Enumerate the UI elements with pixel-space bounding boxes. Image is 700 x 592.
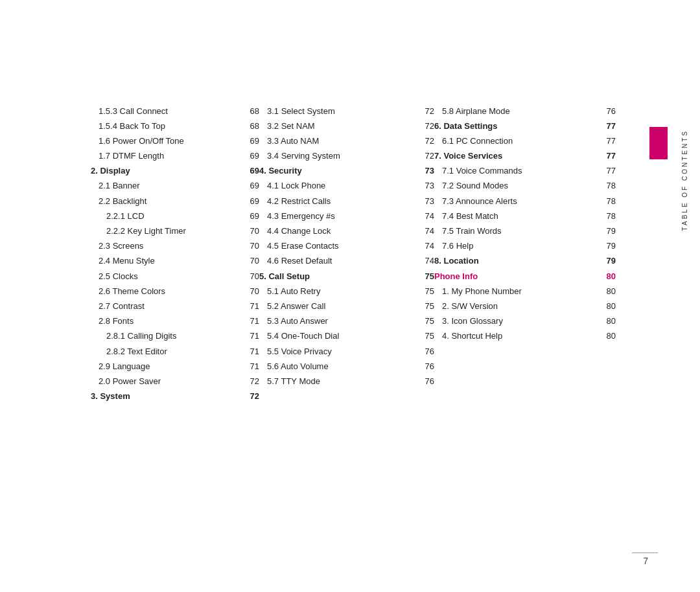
toc-entry: 3. Icon Glossary80 — [434, 314, 616, 329]
toc-page: 69 — [239, 150, 259, 162]
toc-label: 8. Location — [434, 255, 595, 267]
toc-entry: 1. My Phone Number80 — [434, 284, 616, 299]
toc-entry: 2.4 Menu Style70 — [91, 254, 259, 269]
toc-entry: 6. Data Settings77 — [434, 119, 616, 133]
toc-label: 2.0 Power Saver — [91, 376, 239, 387]
toc-entry: 4.3 Emergency #s74 — [259, 209, 434, 223]
toc-entry: 1.5.4 Back To Top68 — [91, 119, 259, 133]
toc-entry: 2. S/W Version80 — [434, 299, 616, 313]
toc-page: 80 — [595, 301, 616, 312]
page-number: 7 — [643, 556, 648, 566]
toc-entry: 3. System72 — [91, 389, 259, 404]
column-1: 1.5.3 Call Connect681.5.4 Back To Top681… — [91, 104, 259, 566]
toc-page: 79 — [595, 255, 616, 267]
toc-page: 75 — [414, 271, 434, 282]
toc-entry: 4.5 Erase Contacts74 — [259, 239, 434, 254]
toc-page: 80 — [595, 271, 616, 282]
toc-label: 2.4 Menu Style — [91, 255, 239, 267]
toc-entry: 7. Voice Services77 — [434, 149, 616, 164]
toc-entry: 7.1 Voice Commands77 — [434, 164, 616, 179]
toc-page: 69 — [239, 135, 259, 147]
toc-entry: 2.2 Backlight69 — [91, 194, 259, 209]
toc-page: 71 — [239, 315, 259, 327]
toc-page: 76 — [414, 361, 434, 372]
toc-page: 79 — [595, 225, 616, 237]
toc-page: 73 — [414, 180, 434, 192]
toc-page: 72 — [414, 150, 434, 162]
toc-page: 69 — [239, 211, 259, 222]
toc-page: 71 — [239, 346, 259, 358]
toc-entry: 4.6 Reset Default74 — [259, 254, 434, 269]
toc-label: 2.8.1 Calling Digits — [91, 330, 239, 342]
toc-page: 72 — [239, 376, 259, 387]
toc-entry: 2.8.1 Calling Digits71 — [91, 329, 259, 344]
toc-entry: 1.7 DTMF Length69 — [91, 149, 259, 164]
toc-page: 75 — [414, 315, 434, 327]
toc-label: 4.5 Erase Contacts — [259, 240, 414, 252]
toc-page: 70 — [239, 240, 259, 252]
toc-label: 5.6 Auto Volume — [259, 361, 414, 372]
toc-page: 70 — [239, 255, 259, 267]
toc-label: 1.5.4 Back To Top — [91, 120, 239, 132]
toc-label: 4.3 Emergency #s — [259, 211, 414, 222]
toc-label: Phone Info — [434, 271, 595, 282]
toc-entry: 2.2.2 Key Light Timer70 — [91, 224, 259, 239]
toc-entry: 4.2 Restrict Calls73 — [259, 194, 434, 209]
toc-label: 2.2.2 Key Light Timer — [91, 225, 239, 237]
toc-label: 7.3 Announce Alerts — [434, 196, 595, 207]
toc-page: 75 — [414, 330, 434, 342]
toc-entry: 6.1 PC Connection77 — [434, 133, 616, 148]
toc-page: 80 — [595, 330, 616, 342]
toc-label: 1.5.3 Call Connect — [91, 106, 239, 117]
toc-label: 4.6 Reset Default — [259, 255, 414, 267]
toc-label: 5. Call Setup — [259, 271, 414, 282]
toc-label: 1.6 Power On/Off Tone — [91, 135, 239, 147]
toc-page: 70 — [239, 286, 259, 297]
toc-page: 72 — [414, 106, 434, 117]
toc-page: 69 — [239, 180, 259, 192]
toc-label: 3. Icon Glossary — [434, 315, 595, 327]
toc-entry: 2.7 Contrast71 — [91, 299, 259, 313]
toc-label: 2.8.2 Text Editor — [91, 346, 239, 358]
column-2: 3.1 Select System723.2 Set NAM723.3 Auto… — [259, 104, 434, 566]
toc-label: 4. Shortcut Help — [434, 330, 595, 342]
toc-label: 7.2 Sound Modes — [434, 180, 595, 192]
toc-page: 72 — [414, 120, 434, 132]
toc-page: 69 — [239, 196, 259, 207]
toc-entry: 2. Display69 — [91, 164, 259, 179]
toc-entry: 5. Call Setup75 — [259, 269, 434, 284]
toc-entry: 2.6 Theme Colors70 — [91, 284, 259, 299]
toc-entry: 5.8 Airplane Mode76 — [434, 104, 616, 119]
toc-page: 73 — [414, 196, 434, 207]
toc-page: 73 — [414, 165, 434, 177]
pink-bar — [649, 127, 668, 159]
toc-entry: 2.8 Fonts71 — [91, 314, 259, 329]
page-container: TABLE OF CONTENTS 1.5.3 Call Connect681.… — [0, 0, 700, 592]
toc-entry: 3.4 Serving System72 — [259, 149, 434, 164]
toc-entry: 7.2 Sound Modes78 — [434, 179, 616, 194]
content-area: 1.5.3 Call Connect681.5.4 Back To Top681… — [0, 0, 700, 592]
toc-label: 5.4 One-Touch Dial — [259, 330, 414, 342]
toc-entry: 3.3 Auto NAM72 — [259, 133, 434, 148]
toc-entry: 2.9 Language71 — [91, 359, 259, 374]
toc-label: 2. Display — [91, 165, 239, 177]
toc-label: 4.1 Lock Phone — [259, 180, 414, 192]
toc-entry: 5.2 Answer Call75 — [259, 299, 434, 313]
toc-page: 69 — [239, 165, 259, 177]
toc-entry: 7.5 Train Words79 — [434, 224, 616, 239]
toc-entry: 2.2.1 LCD69 — [91, 209, 259, 223]
toc-entry: 1.6 Power On/Off Tone69 — [91, 133, 259, 148]
toc-page: 72 — [414, 135, 434, 147]
toc-label: 2.6 Theme Colors — [91, 286, 239, 297]
toc-label: 1.7 DTMF Length — [91, 150, 239, 162]
toc-label: 7.6 Help — [434, 240, 595, 252]
toc-label: 4.2 Restrict Calls — [259, 196, 414, 207]
toc-entry: 5.7 TTY Mode76 — [259, 374, 434, 389]
toc-label: 4. Security — [259, 165, 414, 177]
toc-label: 5.2 Answer Call — [259, 301, 414, 312]
toc-label: 2.3 Screens — [91, 240, 239, 252]
toc-page: 76 — [414, 376, 434, 387]
toc-label: 5.1 Auto Retry — [259, 286, 414, 297]
toc-entry: 1.5.3 Call Connect68 — [91, 104, 259, 119]
toc-page: 68 — [239, 120, 259, 132]
